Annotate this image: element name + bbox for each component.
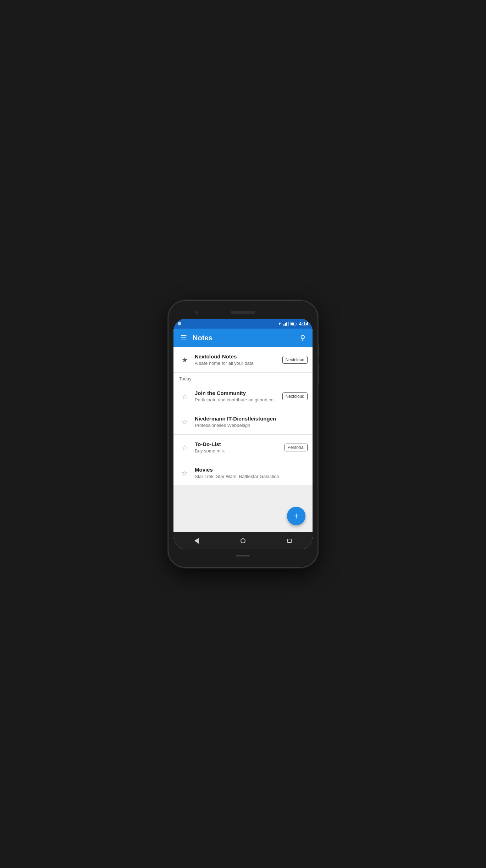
note-title-todo: To-Do-List xyxy=(195,441,281,447)
note-tag-join-community[interactable]: Nextcloud xyxy=(282,392,308,400)
add-note-button[interactable]: + xyxy=(287,507,305,525)
signal-bar-4 xyxy=(288,322,289,326)
home-icon xyxy=(241,538,245,543)
bottom-nav xyxy=(173,532,313,549)
star-button-todo[interactable]: ☆ xyxy=(178,441,191,454)
wifi-icon: ▼ xyxy=(278,322,282,326)
note-item-pinned[interactable]: ★ Nextcloud Notes A safe home for all yo… xyxy=(173,347,313,373)
note-title-join-community: Join the Community xyxy=(195,390,279,396)
menu-icon[interactable]: ☰ xyxy=(178,331,190,345)
note-content-nextcloud-notes: Nextcloud Notes A safe home for all your… xyxy=(195,353,279,366)
note-content-niedermann: Niedermann IT-Dienstleistungen Professio… xyxy=(195,416,308,428)
note-item-niedermann[interactable]: ☆ Niedermann IT-Dienstleistungen Profess… xyxy=(173,409,313,435)
phone-screen: ▼ 4:14 ☰ Notes ⚲ xyxy=(173,319,313,549)
star-empty-icon-4: ☆ xyxy=(182,469,188,477)
star-empty-icon-3: ☆ xyxy=(182,443,188,452)
note-tag-todo[interactable]: Personal xyxy=(285,444,308,451)
note-title-niedermann: Niedermann IT-Dienstleistungen xyxy=(195,416,308,422)
phone-frame: ▼ 4:14 ☰ Notes ⚲ xyxy=(169,301,317,567)
battery-icon xyxy=(291,322,297,325)
search-icon[interactable]: ⚲ xyxy=(297,331,308,345)
star-button-nextcloud-notes[interactable]: ★ xyxy=(178,353,191,366)
phone-speaker xyxy=(231,311,255,314)
status-left xyxy=(178,322,181,325)
signal-bar-3 xyxy=(286,322,287,326)
signal-bar-2 xyxy=(285,323,286,326)
status-time: 4:14 xyxy=(299,321,308,326)
star-button-join-community[interactable]: ☆ xyxy=(178,390,191,403)
app-title: Notes xyxy=(193,334,297,342)
note-preview-niedermann: Professionelles Webdesign xyxy=(195,423,308,428)
star-filled-icon: ★ xyxy=(182,356,188,364)
back-button[interactable] xyxy=(187,534,206,547)
battery-fill xyxy=(291,323,294,325)
note-tag-nextcloud-notes[interactable]: Nextcloud xyxy=(282,356,308,364)
star-empty-icon-2: ☆ xyxy=(182,418,188,426)
back-icon xyxy=(194,538,199,544)
note-item-todo[interactable]: ☆ To-Do-List Buy some milk Personal xyxy=(173,435,313,460)
note-item-join-community[interactable]: ☆ Join the Community Participate and con… xyxy=(173,384,313,409)
app-bar: ☰ Notes ⚲ xyxy=(173,329,313,347)
note-preview-nextcloud-notes: A safe home for all your data xyxy=(195,361,279,366)
phone-bezel-bottom xyxy=(173,549,313,562)
signal-bar-1 xyxy=(283,324,285,326)
recents-icon xyxy=(287,539,292,543)
note-title-nextcloud-notes: Nextcloud Notes xyxy=(195,353,279,359)
empty-area: + xyxy=(173,486,313,532)
status-right: ▼ 4:14 xyxy=(278,321,308,326)
note-content-todo: To-Do-List Buy some milk xyxy=(195,441,281,454)
signal-bars xyxy=(283,322,289,326)
status-bar: ▼ 4:14 xyxy=(173,319,313,329)
battery-body xyxy=(291,322,296,325)
note-content-join-community: Join the Community Participate and contr… xyxy=(195,390,279,402)
note-content-movies: Movies Star Trek, Star Wars, Battlestar … xyxy=(195,467,308,479)
battery-tip xyxy=(297,323,297,325)
home-button[interactable] xyxy=(233,535,253,547)
front-camera xyxy=(195,311,198,314)
note-title-movies: Movies xyxy=(195,467,308,473)
notification-dot xyxy=(178,322,181,325)
note-preview-join-community: Participate and contribute on github.co… xyxy=(195,397,279,402)
note-preview-movies: Star Trek, Star Wars, Battlestar Galacti… xyxy=(195,474,308,479)
star-empty-icon: ☆ xyxy=(182,392,188,401)
note-item-movies[interactable]: ☆ Movies Star Trek, Star Wars, Battlesta… xyxy=(173,460,313,486)
recents-button[interactable] xyxy=(280,535,299,546)
main-content: ★ Nextcloud Notes A safe home for all yo… xyxy=(173,347,313,532)
phone-bezel-top xyxy=(173,306,313,319)
star-button-movies[interactable]: ☆ xyxy=(178,467,191,479)
home-indicator xyxy=(236,555,250,556)
star-button-niedermann[interactable]: ☆ xyxy=(178,416,191,428)
note-preview-todo: Buy some milk xyxy=(195,448,281,454)
section-header-today: Today xyxy=(173,373,313,384)
